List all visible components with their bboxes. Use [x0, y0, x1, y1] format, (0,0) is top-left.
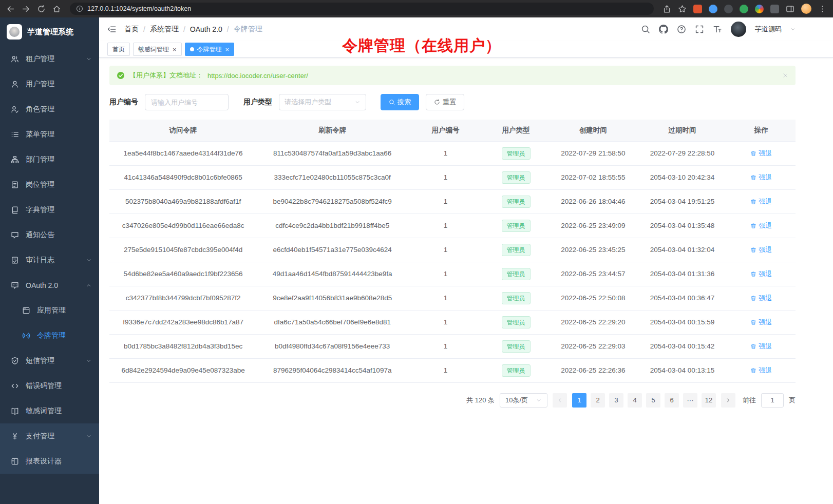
sidebar-item-sms[interactable]: 短信管理 — [0, 348, 99, 373]
table-row: 54d6be82ee5a460a9aedc1f9bf22365649d1aa46… — [109, 262, 796, 286]
user-id-cell: 1 — [408, 238, 483, 262]
extension-icon-blue[interactable] — [709, 5, 717, 13]
help-icon[interactable] — [677, 25, 686, 34]
prev-page-button[interactable] — [553, 393, 567, 408]
page-ellipsis[interactable]: ··· — [683, 393, 697, 408]
user-menu-caret-icon[interactable] — [790, 27, 796, 32]
sidebar-item-pay[interactable]: 支付管理 — [0, 423, 99, 449]
force-logout-link[interactable]: 强退 — [750, 221, 772, 230]
sidebar-item-dict[interactable]: 字典管理 — [0, 197, 99, 222]
sidebar-item-log[interactable]: 审计日志 — [0, 247, 99, 273]
column-header: 过期时间 — [638, 120, 727, 141]
browser-profile-avatar[interactable] — [801, 4, 811, 14]
main-area: 首页/系统管理/OAuth 2.0/令牌管理 芋道源码 首页敏感词管理×令牌管理… — [99, 17, 833, 504]
collapse-sidebar-icon[interactable] — [107, 25, 117, 34]
browser-reload-icon[interactable] — [37, 5, 46, 13]
extension-icon-dark[interactable] — [724, 5, 733, 13]
page-button-3[interactable]: 3 — [609, 393, 623, 408]
tab-home[interactable]: 首页 — [107, 43, 130, 56]
user-type-select[interactable]: 请选择用户类型 — [279, 94, 366, 110]
user-type-badge: 管理员 — [502, 196, 531, 208]
fullscreen-icon[interactable] — [695, 25, 704, 34]
page-button-4[interactable]: 4 — [628, 393, 642, 408]
force-logout-link[interactable]: 强退 — [750, 366, 772, 375]
page-size-select[interactable]: 10条/页 — [500, 393, 547, 408]
user-id-input[interactable] — [145, 94, 229, 110]
sidebar-item-report[interactable]: 报表设计器 — [0, 449, 99, 474]
chevron-down-icon — [86, 433, 92, 439]
sidebar-item-user[interactable]: 用户管理 — [0, 71, 99, 96]
user-avatar[interactable] — [731, 22, 746, 37]
sidebar-item-notice[interactable]: 通知公告 — [0, 222, 99, 247]
sidebar-item-role[interactable]: 角色管理 — [0, 96, 99, 122]
sidebar-item-label: 支付管理 — [26, 432, 79, 441]
tab-sensitive[interactable]: 敏感词管理× — [133, 43, 182, 56]
page-button-12[interactable]: 12 — [702, 393, 716, 408]
user-name[interactable]: 芋道源码 — [755, 25, 782, 34]
alert-close-icon[interactable] — [782, 72, 788, 79]
refresh-token-cell: 811c530487574fa0af1a59d3abc1aa66 — [257, 141, 408, 165]
page-button-6[interactable]: 6 — [665, 393, 679, 408]
browser-menu-icon[interactable] — [818, 5, 827, 13]
browser-forward-icon[interactable] — [22, 5, 30, 13]
sidebar-item-errcode[interactable]: 错误码管理 — [0, 373, 99, 398]
side-panel-icon[interactable] — [786, 5, 794, 13]
alert-text: 【用户体系】文档地址： — [129, 71, 203, 80]
app-logo[interactable]: 芋道管理系统 — [0, 17, 99, 46]
alert-doc-link[interactable]: https://doc.iocoder.cn/user-center/ — [207, 72, 308, 80]
force-logout-link[interactable]: 强退 — [750, 173, 772, 182]
extension-icon-gray[interactable] — [770, 5, 779, 13]
global-search-icon[interactable] — [641, 25, 650, 34]
tab-close-icon[interactable]: × — [225, 46, 230, 53]
browser-home-icon[interactable] — [52, 5, 61, 13]
created-at-cell: 2022-06-25 22:29:03 — [548, 334, 638, 358]
sidebar-item-sensitive[interactable]: 敏感词管理 — [0, 398, 99, 423]
access-token-cell: b0d1785bc3a8482f812db4a3f3bd15ec — [109, 334, 257, 358]
extension-icon-red[interactable] — [693, 5, 702, 13]
chevron-down-icon — [86, 358, 92, 364]
tab-close-icon[interactable]: × — [173, 46, 177, 53]
next-page-button[interactable] — [721, 393, 735, 408]
sidebar-item-oauth[interactable]: OAuth 2.0 — [0, 273, 99, 298]
sidebar-item-app[interactable]: 应用管理 — [0, 298, 99, 323]
browser-back-icon[interactable] — [6, 5, 15, 13]
force-logout-link[interactable]: 强退 — [750, 197, 772, 206]
search-button-label: 搜索 — [397, 98, 411, 107]
force-logout-link[interactable]: 强退 — [750, 318, 772, 327]
sidebar-item-token[interactable]: 令牌管理 — [0, 323, 99, 348]
page-button-1[interactable]: 1 — [572, 393, 586, 408]
font-size-icon[interactable] — [713, 25, 722, 34]
breadcrumb-item[interactable]: 首页 — [124, 25, 139, 34]
share-icon[interactable] — [662, 5, 671, 13]
force-logout-link[interactable]: 强退 — [750, 149, 772, 158]
browser-chrome: 127.0.0.1:1024/system/oauth2/token — [0, 0, 833, 17]
force-logout-link[interactable]: 强退 — [750, 342, 772, 351]
sidebar-item-dept[interactable]: 部门管理 — [0, 147, 99, 172]
force-logout-link[interactable]: 强退 — [750, 294, 772, 303]
pay-icon — [11, 432, 19, 440]
tab-token[interactable]: 令牌管理× — [185, 43, 235, 56]
sidebar-item-menu[interactable]: 菜单管理 — [0, 122, 99, 147]
address-bar[interactable]: 127.0.0.1:1024/system/oauth2/token — [70, 3, 654, 15]
force-logout-link[interactable]: 强退 — [750, 269, 772, 279]
force-logout-link[interactable]: 强退 — [750, 245, 772, 255]
sidebar-item-post[interactable]: 岗位管理 — [0, 172, 99, 197]
breadcrumb-item[interactable]: 系统管理 — [150, 25, 179, 34]
reset-button[interactable]: 重置 — [426, 94, 464, 110]
table-row: 502375b8040a469a9b82188afdf6af1fbe90422b… — [109, 189, 796, 214]
expires-at-cell: 2022-07-29 22:28:50 — [638, 141, 727, 165]
bookmark-star-icon[interactable] — [678, 5, 687, 13]
extension-icon-green[interactable] — [740, 5, 748, 13]
token-table: 访问令牌刷新令牌用户编号用户类型创建时间过期时间操作 1ea5e44f8bc14… — [109, 120, 796, 383]
page-button-5[interactable]: 5 — [646, 393, 660, 408]
breadcrumb-item[interactable]: OAuth 2.0 — [190, 25, 222, 33]
sidebar-item-tenant[interactable]: 租户管理 — [0, 46, 99, 71]
expires-at-cell: 2054-03-04 00:36:47 — [638, 286, 727, 310]
search-button[interactable]: 搜索 — [381, 94, 419, 110]
search-button-icon — [389, 99, 395, 105]
github-icon[interactable] — [659, 25, 668, 34]
site-info-icon[interactable] — [76, 5, 83, 12]
goto-page-input[interactable] — [761, 393, 784, 408]
page-button-2[interactable]: 2 — [591, 393, 605, 408]
extension-icon-colorful[interactable] — [755, 5, 764, 13]
